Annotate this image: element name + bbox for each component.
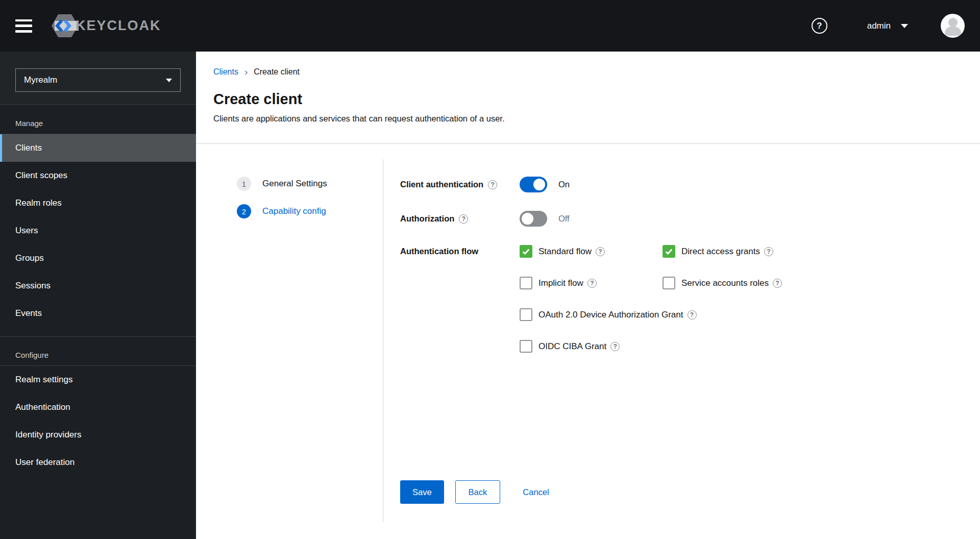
keycloak-logo-icon [51,14,79,38]
chevron-down-icon [901,24,908,28]
chevron-down-icon [166,79,172,82]
oidc-ciba-grant-checkbox[interactable] [520,340,532,353]
brand-text: KEYCLOAK [76,18,161,34]
direct-access-grants-checkbox[interactable] [663,245,675,258]
step-label: Capability config [262,206,326,216]
sidebar-item-sessions[interactable]: Sessions [0,272,196,300]
wizard-step-capability-config[interactable]: 2 Capability config [237,204,383,218]
wizard-step-general-settings[interactable]: 1 General Settings [237,177,383,191]
realm-selector-block: Myrealm [0,52,196,105]
nav-section-manage: Manage Clients Client scopes Realm roles… [0,105,196,327]
step-number: 2 [237,204,251,218]
authentication-flow-label: Authentication flow [400,245,520,258]
main-content: Clients › Create client Create client Cl… [196,52,980,539]
oidc-ciba-grant-option[interactable]: OIDC CIBA Grant ? [520,340,960,353]
toggle-state-label: On [558,180,570,189]
oauth-device-grant-option[interactable]: OAuth 2.0 Device Authorization Grant ? [520,308,960,321]
sidebar: Myrealm Manage Clients Client scopes Rea… [0,52,196,539]
step-label: General Settings [262,179,327,189]
page-header: Clients › Create client Create client Cl… [196,52,980,144]
sidebar-item-realm-roles[interactable]: Realm roles [0,189,196,217]
realm-selector[interactable]: Myrealm [15,68,181,92]
user-menu[interactable]: admin [867,21,908,31]
nav-section-configure: Configure Realm settings Authentication … [0,336,196,476]
help-icon[interactable]: ? [773,279,782,288]
wizard: 1 General Settings 2 Capability config C… [196,144,980,539]
authorization-toggle[interactable] [520,211,547,227]
sidebar-item-realm-settings[interactable]: Realm settings [0,366,196,394]
client-authentication-row: Client authentication ? On [400,177,960,192]
realm-name: Myrealm [24,75,57,85]
page-title: Create client [213,90,960,108]
sidebar-item-clients[interactable]: Clients [0,134,196,162]
sidebar-item-groups[interactable]: Groups [0,244,196,272]
capability-config-form: Client authentication ? On Authorization… [383,144,980,539]
masthead: KEYCLOAK ? admin [0,0,980,52]
page-subtitle: Clients are applications and services th… [213,113,960,124]
chevron-right-icon: › [244,67,248,77]
check-icon [665,249,673,255]
help-icon[interactable]: ? [596,247,605,256]
client-authentication-toggle[interactable] [520,177,547,192]
help-icon[interactable]: ? [587,279,597,288]
oauth-device-grant-checkbox[interactable] [520,308,532,321]
authentication-flow-row: Authentication flow Standard flow ? Di [400,245,960,353]
breadcrumb: Clients › Create client [213,67,960,77]
help-icon[interactable]: ? [688,310,697,320]
authorization-label: Authorization ? [400,214,520,224]
check-icon [522,249,530,255]
service-accounts-roles-option[interactable]: Service accounts roles ? [663,277,960,289]
save-button[interactable]: Save [400,480,444,504]
nav-section-title: Configure [0,337,196,366]
standard-flow-checkbox[interactable] [520,245,532,258]
breadcrumb-current: Create client [254,67,300,77]
help-icon[interactable]: ? [610,342,620,351]
sidebar-item-events[interactable]: Events [0,300,196,327]
help-icon[interactable]: ? [459,214,468,224]
sidebar-item-identity-providers[interactable]: Identity providers [0,421,196,449]
nav-section-title: Manage [0,105,196,134]
avatar[interactable] [941,14,965,38]
standard-flow-option[interactable]: Standard flow ? [520,245,663,258]
sidebar-item-users[interactable]: Users [0,217,196,244]
topbar-right: ? admin [812,14,965,38]
help-icon[interactable]: ? [488,180,497,189]
implicit-flow-option[interactable]: Implicit flow ? [520,277,663,289]
help-icon[interactable]: ? [812,18,827,34]
cancel-button[interactable]: Cancel [523,487,549,497]
toggle-state-label: Off [558,214,570,224]
sidebar-item-authentication[interactable]: Authentication [0,394,196,421]
sidebar-item-user-federation[interactable]: User federation [0,449,196,476]
direct-access-grants-option[interactable]: Direct access grants ? [663,245,960,258]
wizard-nav: 1 General Settings 2 Capability config [196,144,383,539]
help-icon[interactable]: ? [764,247,773,256]
keycloak-logo: KEYCLOAK [51,14,161,38]
form-footer: Save Back Cancel [400,480,960,504]
avatar-person-icon [948,18,958,27]
breadcrumb-link-clients[interactable]: Clients [213,67,238,77]
username-label: admin [867,21,891,31]
hamburger-icon[interactable] [15,19,32,33]
client-authentication-label: Client authentication ? [400,180,520,189]
service-accounts-roles-checkbox[interactable] [663,277,675,289]
authorization-row: Authorization ? Off [400,211,960,227]
sidebar-item-client-scopes[interactable]: Client scopes [0,162,196,189]
back-button[interactable]: Back [455,480,501,504]
step-number: 1 [237,177,251,191]
implicit-flow-checkbox[interactable] [520,277,532,289]
